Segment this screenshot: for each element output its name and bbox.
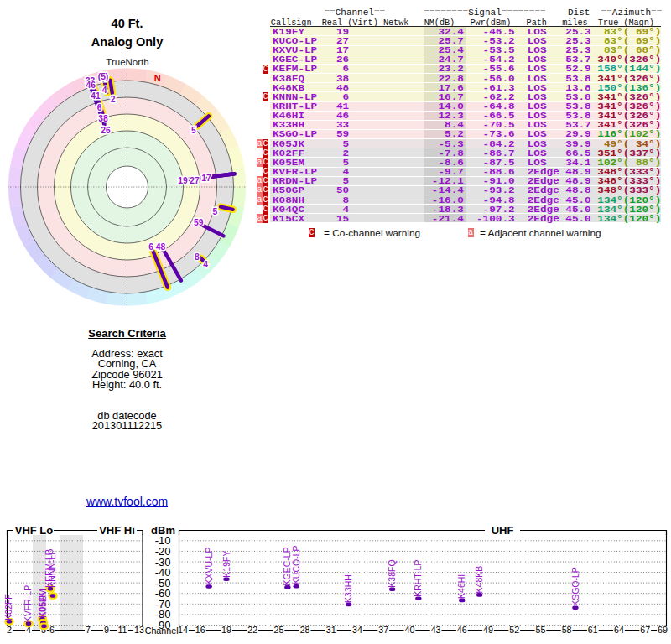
svg-text:KVFR-LP: KVFR-LP — [23, 585, 34, 622]
svg-text:K02FF: K02FF — [4, 594, 14, 621]
svg-text:6: 6 — [49, 625, 55, 635]
svg-text:2: 2 — [7, 625, 12, 635]
svg-text:40: 40 — [404, 625, 414, 635]
svg-text:VHF Hi: VHF Hi — [99, 524, 135, 537]
svg-text:K19FY: K19FY — [221, 551, 231, 578]
svg-text:52: 52 — [509, 625, 519, 635]
svg-text:58: 58 — [562, 625, 572, 635]
svg-text:69: 69 — [658, 625, 668, 635]
svg-text:37: 37 — [378, 625, 388, 635]
svg-text:67: 67 — [640, 625, 650, 635]
svg-text:9: 9 — [104, 625, 109, 635]
svg-text:UHF: UHF — [492, 524, 514, 537]
svg-text:13: 13 — [134, 625, 144, 635]
svg-text:43: 43 — [431, 625, 441, 635]
svg-text:KSGO-LP: KSGO-LP — [570, 567, 580, 606]
svg-text:19: 19 — [221, 625, 231, 635]
svg-text:25: 25 — [273, 625, 283, 635]
svg-text:14: 14 — [178, 625, 188, 635]
svg-text:KXVU-LP: KXVU-LP — [204, 548, 214, 585]
svg-text:46: 46 — [457, 625, 467, 635]
svg-text:KUCO-LP: KUCO-LP — [291, 546, 301, 585]
svg-text:16: 16 — [195, 625, 205, 635]
svg-text:22: 22 — [247, 625, 257, 635]
svg-text:K48KB: K48KB — [474, 566, 484, 594]
svg-text:55: 55 — [535, 625, 545, 635]
svg-text:11: 11 — [117, 625, 127, 635]
svg-text:64: 64 — [614, 625, 624, 635]
svg-text:KRHT-LP: KRHT-LP — [413, 559, 423, 596]
svg-text:Channel: Channel — [145, 626, 179, 636]
svg-text:VHF Lo: VHF Lo — [15, 524, 54, 537]
svg-text:4: 4 — [203, 260, 208, 269]
svg-text:KNNN-LP: KNNN-LP — [48, 549, 58, 588]
svg-text:49: 49 — [483, 625, 493, 635]
svg-text:61: 61 — [588, 625, 598, 635]
svg-text:K38FQ: K38FQ — [387, 559, 397, 587]
svg-text:28: 28 — [300, 625, 310, 635]
svg-text:34: 34 — [352, 625, 362, 635]
svg-text:8: 8 — [195, 252, 200, 262]
svg-text:K46HI: K46HI — [456, 574, 466, 599]
svg-text:K33HH: K33HH — [343, 574, 353, 603]
svg-text:7: 7 — [86, 625, 91, 635]
svg-text:31: 31 — [326, 625, 336, 635]
svg-text:K05EM: K05EM — [38, 589, 48, 617]
